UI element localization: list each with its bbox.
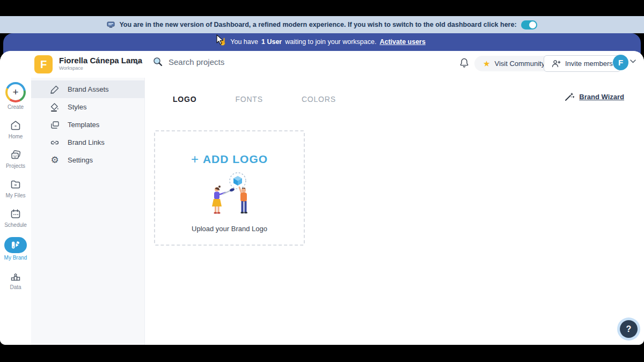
nav-item-my-files[interactable]: My Files <box>5 178 25 198</box>
notice-count: 1 User <box>261 38 282 46</box>
sidebar-label-styles: Styles <box>68 103 86 111</box>
invite-members-label: Invite members <box>565 60 613 68</box>
layers-icon <box>49 120 60 130</box>
tab-logo[interactable]: LOGO <box>173 95 196 104</box>
person-plus-icon <box>552 60 561 68</box>
chain-link-icon <box>49 137 60 148</box>
sidebar-item-brand-assets[interactable]: Brand Assets <box>31 80 144 98</box>
search-input[interactable] <box>169 57 287 67</box>
upload-caption: Upload your Brand Logo <box>192 225 267 233</box>
visit-community-button[interactable]: ★ Visit Community <box>474 56 553 71</box>
primary-nav-rail: + Create Home Projects My Files <box>0 78 31 345</box>
notice-prefix: You have <box>230 38 258 46</box>
sidebar-label-brand-assets: Brand Assets <box>68 85 109 93</box>
tab-colors[interactable]: COLORS <box>302 95 336 104</box>
sidebar-label-settings: Settings <box>68 156 93 164</box>
add-logo-label: ADD LOGO <box>203 153 268 166</box>
nav-item-data[interactable]: Data <box>9 270 22 290</box>
nav-item-my-brand[interactable]: My Brand <box>4 237 27 261</box>
nav-label-data: Data <box>10 284 21 290</box>
main-content: LOGO FONTS COLORS Brand Wizard + ADD LOG… <box>145 78 644 345</box>
workspace-type-label: Workspace <box>59 65 83 71</box>
projects-icon <box>9 149 22 161</box>
notifications-bell-icon[interactable] <box>459 57 469 68</box>
letterbox-top <box>0 0 644 16</box>
nav-label-home: Home <box>9 134 23 139</box>
nav-item-schedule[interactable]: Schedule <box>4 208 27 228</box>
nav-item-projects[interactable]: Projects <box>6 149 25 169</box>
magic-wand-icon <box>565 92 575 101</box>
sidebar-item-settings[interactable]: ⚙ Settings <box>31 151 144 169</box>
account-chevron-down-icon[interactable] <box>630 60 636 63</box>
add-logo-button[interactable]: + ADD LOGO <box>191 152 268 167</box>
activate-users-link[interactable]: Activate users <box>379 38 425 46</box>
nav-item-create[interactable]: + Create <box>5 82 26 110</box>
nav-label-projects: Projects <box>6 163 25 169</box>
search-icon <box>152 56 163 67</box>
new-dashboard-banner: You are in the new version of Dashboard,… <box>0 16 644 33</box>
old-dashboard-toggle[interactable] <box>521 20 537 29</box>
brand-sidebar: Brand Assets Styles Templates Brand Link… <box>31 78 145 345</box>
search-bar[interactable] <box>152 56 287 67</box>
sidebar-item-templates[interactable]: Templates <box>31 116 144 134</box>
folder-icon <box>9 178 22 191</box>
paint-bucket-icon <box>49 102 60 113</box>
workspace-chevron-down-icon[interactable] <box>134 61 141 65</box>
calendar-icon <box>9 208 22 220</box>
notice-suffix: waiting to join your workspace. <box>285 38 376 46</box>
nav-label-create: Create <box>8 104 24 110</box>
help-button[interactable]: ? <box>620 320 638 338</box>
gear-icon: ⚙ <box>49 156 60 165</box>
app-window: F Fiorella Cánepa Lama Workspace ★ Visit… <box>0 51 644 345</box>
tab-fonts[interactable]: FONTS <box>235 95 262 104</box>
home-icon <box>9 119 22 132</box>
nav-label-my-files: My Files <box>5 193 25 198</box>
nav-item-home[interactable]: Home <box>9 119 23 139</box>
app-header: F Fiorella Cánepa Lama Workspace ★ Visit… <box>0 51 644 78</box>
sidebar-item-styles[interactable]: Styles <box>31 98 144 116</box>
add-logo-dropzone[interactable]: + ADD LOGO <box>154 130 305 246</box>
star-icon: ★ <box>483 59 490 69</box>
nav-label-my-brand: My Brand <box>4 255 27 261</box>
toggle-knob <box>529 21 536 28</box>
sidebar-item-brand-links[interactable]: Brand Links <box>31 134 144 151</box>
invite-members-button[interactable]: Invite members <box>544 55 621 72</box>
upload-illustration <box>192 171 267 220</box>
create-plus-icon: + <box>5 82 26 102</box>
plus-icon: + <box>191 152 199 167</box>
brand-wizard-label: Brand Wizard <box>579 93 624 101</box>
sidebar-label-templates: Templates <box>68 121 99 129</box>
new-dashboard-banner-text: You are in the new version of Dashboard,… <box>119 21 516 28</box>
nav-label-schedule: Schedule <box>4 222 27 228</box>
hand-icon: ☝ <box>218 38 227 46</box>
brand-wizard-link[interactable]: Brand Wizard <box>565 92 624 101</box>
my-brand-icon <box>4 237 27 253</box>
sidebar-label-brand-links: Brand Links <box>68 138 105 146</box>
pen-swatch-icon <box>49 84 60 95</box>
monitor-icon <box>107 21 115 28</box>
workspace-name: Fiorella Cánepa Lama <box>59 56 142 65</box>
workspace-avatar[interactable]: F <box>34 55 53 73</box>
visit-community-label: Visit Community <box>494 60 545 68</box>
podium-icon <box>9 270 22 283</box>
brand-tabs: LOGO FONTS COLORS <box>173 95 336 104</box>
user-avatar[interactable]: F <box>613 55 628 70</box>
